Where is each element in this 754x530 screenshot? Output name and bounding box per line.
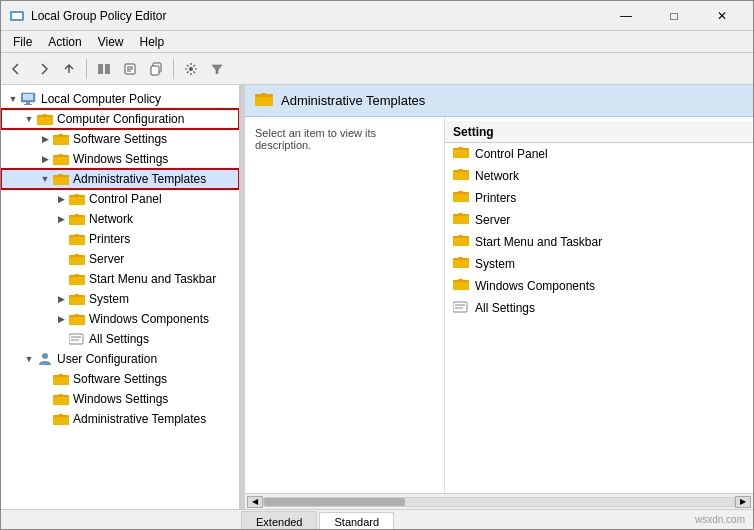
horizontal-scrollbar-track[interactable] <box>263 497 735 507</box>
menu-view[interactable]: View <box>90 33 132 51</box>
chevron-windows-components[interactable]: ▶ <box>53 311 69 327</box>
tree-item-user-configuration[interactable]: ▼ User Configuration <box>1 349 239 369</box>
svg-rect-9 <box>151 66 159 75</box>
tree-item-windows-components[interactable]: ▶ Windows Components <box>1 309 239 329</box>
tree-pane[interactable]: ▼ Local Computer Policy ▼ <box>1 85 241 509</box>
scroll-right-button[interactable]: ▶ <box>735 496 751 508</box>
list-item-printers[interactable]: Printers <box>445 187 753 209</box>
watermark: wsxdn.com <box>695 514 745 525</box>
tree-item-user-admin-templates[interactable]: Administrative Templates <box>1 409 239 429</box>
horizontal-scrollbar[interactable]: ◀ ▶ <box>245 493 753 509</box>
tree-item-windows-settings[interactable]: ▶ Windows Settings <box>1 149 239 169</box>
description-pane: Select an item to view its description. <box>245 117 445 493</box>
forward-button[interactable] <box>31 57 55 81</box>
tree-item-control-panel[interactable]: ▶ Control Panel <box>1 189 239 209</box>
show-hide-button[interactable] <box>92 57 116 81</box>
menu-help[interactable]: Help <box>132 33 173 51</box>
back-button[interactable] <box>5 57 29 81</box>
tree-item-system[interactable]: ▶ System <box>1 289 239 309</box>
chevron-network[interactable]: ▶ <box>53 211 69 227</box>
toolbar <box>1 53 753 85</box>
svg-rect-1 <box>12 13 22 19</box>
chevron-computer-config[interactable]: ▼ <box>21 111 37 127</box>
menu-file[interactable]: File <box>5 33 40 51</box>
folder-icon-software-settings <box>53 132 69 146</box>
folder-icon-system <box>69 292 85 306</box>
folder-icon-user-config <box>37 352 53 366</box>
chevron-windows-settings[interactable]: ▶ <box>37 151 53 167</box>
chevron-local-computer[interactable]: ▼ <box>5 91 21 107</box>
tree-label-network: Network <box>89 212 133 226</box>
tree-item-printers[interactable]: Printers <box>1 229 239 249</box>
right-pane-title: Administrative Templates <box>281 93 425 108</box>
tree-item-start-menu[interactable]: Start Menu and Taskbar <box>1 269 239 289</box>
list-folder-icon-printers <box>453 190 469 206</box>
tree-item-administrative-templates[interactable]: ▼ Administrative Templates <box>1 169 239 189</box>
up-button[interactable] <box>57 57 81 81</box>
list-item-network[interactable]: Network <box>445 165 753 187</box>
close-button[interactable]: ✕ <box>699 1 745 31</box>
tree-label-computer-configuration: Computer Configuration <box>57 112 184 126</box>
tab-standard[interactable]: Standard <box>319 512 394 530</box>
right-pane-header: Administrative Templates <box>245 85 753 117</box>
chevron-admin-templates[interactable]: ▼ <box>37 171 53 187</box>
tree-item-server[interactable]: Server <box>1 249 239 269</box>
tree-label-user-software: Software Settings <box>73 372 167 386</box>
chevron-system[interactable]: ▶ <box>53 291 69 307</box>
copy-button[interactable] <box>144 57 168 81</box>
tree-label-server: Server <box>89 252 124 266</box>
svg-rect-15 <box>69 334 83 344</box>
list-item-windows-components[interactable]: Windows Components <box>445 275 753 297</box>
tree-item-network[interactable]: ▶ Network <box>1 209 239 229</box>
tree-item-computer-configuration[interactable]: ▼ Computer Configuration <box>1 109 239 129</box>
tree-label-local-computer-policy: Local Computer Policy <box>41 92 161 106</box>
list-folder-icon-windows-components <box>453 278 469 294</box>
tree-label-windows-settings: Windows Settings <box>73 152 168 166</box>
chevron-user-config[interactable]: ▼ <box>21 351 37 367</box>
list-item-server[interactable]: Server <box>445 209 753 231</box>
list-item-all-settings[interactable]: All Settings <box>445 297 753 319</box>
svg-rect-2 <box>98 64 103 74</box>
toolbar-separator-1 <box>86 59 87 79</box>
list-item-system[interactable]: System <box>445 253 753 275</box>
folder-icon-user-windows <box>53 392 69 406</box>
tree-label-control-panel: Control Panel <box>89 192 162 206</box>
tree-label-start-menu: Start Menu and Taskbar <box>89 272 216 286</box>
tree-item-user-windows-settings[interactable]: Windows Settings <box>1 389 239 409</box>
tree-item-all-settings[interactable]: All Settings <box>1 329 239 349</box>
settings-icon-all-settings <box>69 332 85 346</box>
chevron-control-panel[interactable]: ▶ <box>53 191 69 207</box>
minimize-button[interactable]: — <box>603 1 649 31</box>
list-item-start-menu[interactable]: Start Menu and Taskbar <box>445 231 753 253</box>
tree-item-user-software-settings[interactable]: Software Settings <box>1 369 239 389</box>
chevron-software-settings[interactable]: ▶ <box>37 131 53 147</box>
window-controls: — □ ✕ <box>603 1 745 31</box>
column-header-label: Setting <box>453 125 494 139</box>
folder-icon-server <box>69 252 85 266</box>
toolbar-separator-2 <box>173 59 174 79</box>
tree-label-user-admin-templates: Administrative Templates <box>73 412 206 426</box>
maximize-button[interactable]: □ <box>651 1 697 31</box>
list-item-control-panel[interactable]: Control Panel <box>445 143 753 165</box>
right-header-folder-icon <box>255 92 273 110</box>
tree-label-software-settings: Software Settings <box>73 132 167 146</box>
folder-icon-user-software <box>53 372 69 386</box>
list-folder-icon-control-panel <box>453 146 469 162</box>
tree-label-windows-components: Windows Components <box>89 312 209 326</box>
tab-extended[interactable]: Extended <box>241 511 317 530</box>
folder-icon-user-admin <box>53 412 69 426</box>
tree-label-printers: Printers <box>89 232 130 246</box>
scroll-left-button[interactable]: ◀ <box>247 496 263 508</box>
tree-item-local-computer-policy[interactable]: ▼ Local Computer Policy <box>1 89 239 109</box>
menu-action[interactable]: Action <box>40 33 89 51</box>
window-title: Local Group Policy Editor <box>31 9 603 23</box>
filter-button[interactable] <box>205 57 229 81</box>
list-folder-icon-network <box>453 168 469 184</box>
folder-icon-start-menu <box>69 272 85 286</box>
items-pane[interactable]: Setting Control Panel <box>445 117 753 493</box>
settings-button[interactable] <box>179 57 203 81</box>
properties-button[interactable] <box>118 57 142 81</box>
list-settings-icon-all <box>453 300 469 317</box>
tree-item-software-settings[interactable]: ▶ Software Settings <box>1 129 239 149</box>
tree-label-admin-templates: Administrative Templates <box>73 172 206 186</box>
